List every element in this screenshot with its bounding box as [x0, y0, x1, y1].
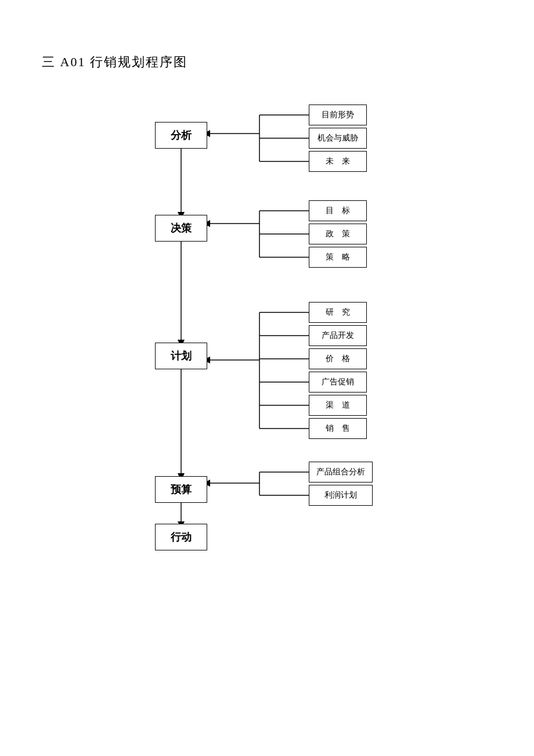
- decide-box: 决策: [155, 215, 207, 242]
- side-box-future: 未 来: [309, 151, 367, 172]
- side-box-strategy: 策 略: [309, 247, 367, 268]
- action-box: 行动: [155, 524, 207, 550]
- side-box-channel: 渠 道: [309, 395, 367, 416]
- analyze-label: 分析: [171, 128, 192, 142]
- side-box-target: 目 标: [309, 200, 367, 221]
- action-label: 行动: [171, 530, 192, 544]
- analyze-box: 分析: [155, 122, 207, 149]
- decide-label: 决策: [171, 221, 192, 235]
- side-box-advertising: 广告促销: [309, 372, 367, 393]
- flowchart-container: 分析 决策 计划 预算 行动 目前形势 机会与威胁 未 来 目 标 政 策 策 …: [42, 93, 495, 645]
- budget-label: 预算: [171, 483, 192, 496]
- side-box-product-dev: 产品开发: [309, 325, 367, 346]
- plan-box: 计划: [155, 343, 207, 369]
- side-box-opportunity-threat: 机会与威胁: [309, 128, 367, 149]
- side-box-price: 价 格: [309, 348, 367, 369]
- side-box-current-situation: 目前形势: [309, 105, 367, 125]
- budget-box: 预算: [155, 476, 207, 503]
- side-box-policy: 政 策: [309, 224, 367, 244]
- side-box-research: 研 究: [309, 302, 367, 323]
- plan-label: 计划: [171, 349, 192, 363]
- page-title: 三 A01 行销规划程序图: [42, 53, 187, 71]
- side-box-profit-plan: 利润计划: [309, 485, 373, 506]
- side-box-sales: 销 售: [309, 418, 367, 439]
- flowchart-lines: [42, 93, 495, 645]
- side-box-product-mix: 产品组合分析: [309, 462, 373, 483]
